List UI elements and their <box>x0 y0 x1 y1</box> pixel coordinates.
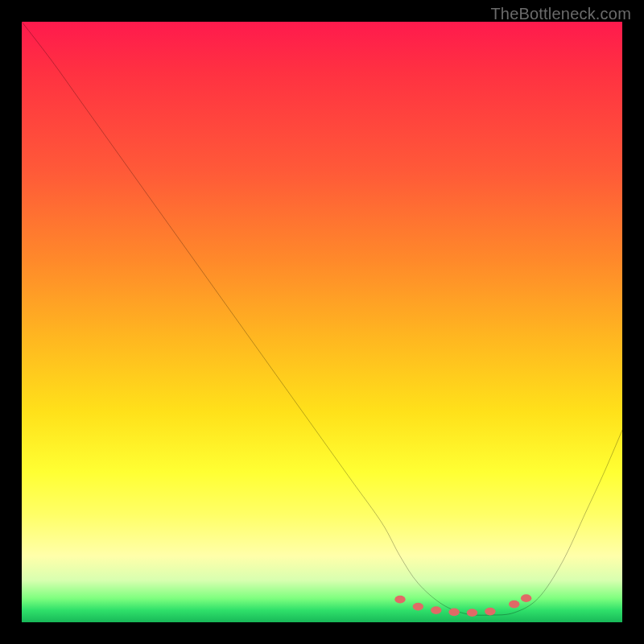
curve-layer <box>22 22 622 622</box>
trough-marker-dot <box>485 608 495 616</box>
plot-area <box>22 22 622 622</box>
trough-marker-dot <box>413 603 423 611</box>
trough-marker-dot <box>448 608 459 616</box>
watermark-text: TheBottleneck.com <box>490 5 631 23</box>
trough-marker-dot <box>394 596 405 604</box>
trough-marker-dot <box>509 601 519 609</box>
chart-stage: TheBottleneck.com <box>0 0 644 644</box>
trough-marker-dot <box>431 606 441 614</box>
bottleneck-curve <box>22 22 622 615</box>
trough-marker-dot <box>467 609 477 617</box>
trough-marker-dot <box>521 594 531 602</box>
